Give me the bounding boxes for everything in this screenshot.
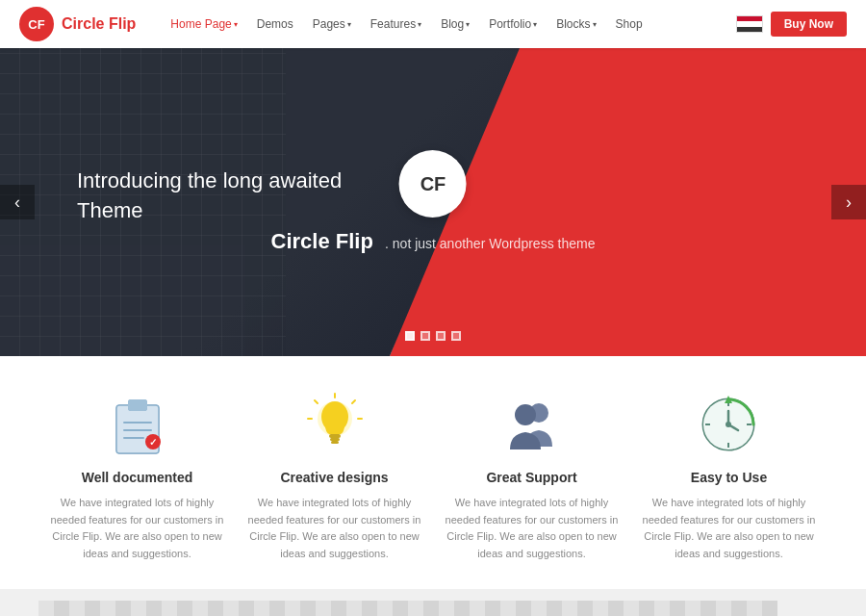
feature-well-documented-desc: We have integrated lots of highly needed… (46, 495, 229, 562)
feature-great-support: Great Support We have integrated lots of… (441, 391, 624, 562)
feature-great-support-title: Great Support (486, 470, 576, 485)
feature-easy-to-use: Easy to Use We have integrated lots of h… (638, 391, 821, 562)
hero-dot-3[interactable] (436, 331, 446, 341)
nav-item-pages[interactable]: Pages ▾ (305, 13, 359, 35)
nav-item-blocks[interactable]: Blocks ▾ (548, 13, 603, 35)
feature-well-documented: ✓ Well documented We have integrated lot… (46, 391, 229, 562)
svg-rect-12 (329, 434, 341, 438)
svg-point-21 (515, 404, 536, 425)
nav-item-blog[interactable]: Blog ▾ (433, 13, 477, 35)
hero-dot-4[interactable] (451, 331, 461, 341)
people-icon (498, 391, 566, 458)
checkerboard-pattern (38, 601, 777, 616)
hero-brand: Circle Flip . not just another Wordpress… (271, 229, 596, 254)
hero-dots (405, 331, 461, 341)
hero-center-block: CF Circle Flip . not just another Wordpr… (271, 150, 596, 254)
chevron-down-icon: ▾ (593, 20, 597, 29)
nav-menu: Home Page ▾ Demos Pages ▾ Features ▾ Blo… (163, 13, 735, 35)
buy-now-button[interactable]: Buy Now (771, 12, 847, 37)
chevron-down-icon: ▾ (533, 20, 537, 29)
nav-right: Buy Now (736, 12, 847, 37)
chevron-down-icon: ▾ (234, 20, 238, 29)
chevron-down-icon: ▾ (466, 20, 470, 29)
clock-icon (696, 391, 763, 458)
chevron-down-icon: ▾ (418, 20, 421, 29)
nav-item-features[interactable]: Features ▾ (363, 13, 429, 35)
nav-item-portfolio[interactable]: Portfolio ▾ (481, 13, 545, 35)
logo-icon: CF (19, 7, 54, 41)
nav-item-demos[interactable]: Demos (249, 13, 301, 35)
features-section: ✓ Well documented We have integrated lot… (0, 356, 866, 589)
clipboard-icon: ✓ (104, 391, 171, 458)
language-flag[interactable] (736, 15, 763, 33)
nav-item-shop[interactable]: Shop (608, 13, 650, 35)
svg-point-30 (726, 422, 731, 427)
hero-dot-1[interactable] (405, 331, 415, 341)
bottom-section (0, 589, 866, 616)
logo-text: Circle Flip (62, 15, 136, 33)
feature-creative-designs: Creative designs We have integrated lots… (243, 391, 426, 562)
svg-line-16 (315, 400, 318, 403)
feature-great-support-desc: We have integrated lots of highly needed… (441, 495, 624, 562)
feature-easy-to-use-desc: We have integrated lots of highly needed… (638, 495, 821, 562)
svg-rect-13 (330, 438, 340, 441)
svg-text:✓: ✓ (149, 437, 157, 448)
nav-item-homepage[interactable]: Home Page ▾ (163, 13, 244, 35)
navbar: CF Circle Flip Home Page ▾ Demos Pages ▾… (0, 0, 866, 48)
svg-rect-14 (331, 441, 339, 444)
hero-prev-button[interactable]: ‹ (0, 185, 35, 219)
hero-dot-2[interactable] (420, 331, 430, 341)
feature-easy-to-use-title: Easy to Use (691, 470, 767, 485)
feature-creative-designs-title: Creative designs (280, 470, 388, 485)
svg-rect-4 (128, 399, 147, 411)
chevron-down-icon: ▾ (347, 20, 351, 29)
svg-line-17 (352, 400, 355, 403)
bulb-icon (301, 391, 369, 458)
hero-next-button[interactable]: › (831, 185, 866, 219)
hero-section: Introducing the long awaited Theme CF Ci… (0, 48, 866, 356)
feature-creative-designs-desc: We have integrated lots of highly needed… (243, 495, 426, 562)
hero-cf-logo: CF (399, 150, 467, 218)
feature-well-documented-title: Well documented (82, 470, 193, 485)
